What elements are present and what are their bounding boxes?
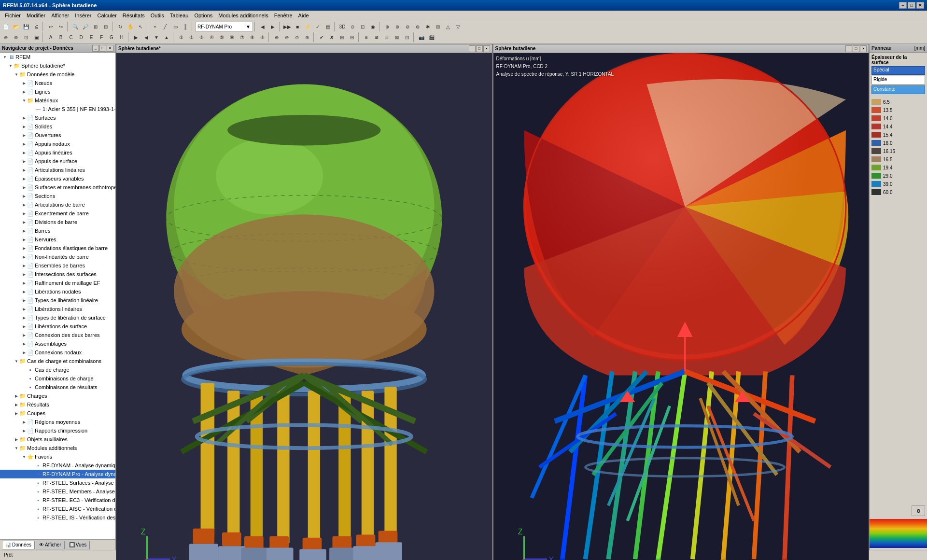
tree-materiaux[interactable]: ▼ 📁 Matériaux [0,96,115,105]
tb2-19[interactable]: ③ [197,32,206,42]
tb-select[interactable]: ↖ [136,22,145,31]
menu-afficher[interactable]: Afficher [48,12,72,19]
tree-nonlin[interactable]: ▶ 📄 Non-linéarités de barre [0,252,115,261]
tb2-18[interactable]: ② [186,32,196,42]
tree-barres[interactable]: ▶ 📄 Barres [0,226,115,235]
tb2-16[interactable]: ▲ [162,32,171,42]
tb-rotate[interactable]: ↻ [115,22,125,31]
tb2-22[interactable]: ⑥ [227,32,237,42]
tb-new[interactable]: 📄 [1,22,11,31]
panel-settings-btn[interactable]: ⚙ [912,505,925,516]
view-close-left[interactable]: × [483,45,490,52]
tree-view[interactable]: ▼ 🖥 RFEM ▼ 📁 Sphère butadiene* ▼ 📁 Donné… [0,53,115,539]
tree-charges[interactable]: ▶ 📁 Charges [0,392,115,400]
module-dropdown[interactable]: RF-DYNAM Pro ▼ [195,22,253,31]
tree-donnees[interactable]: ▼ 📁 Données de modèle [0,70,115,79]
view-min-right[interactable]: _ [845,45,852,52]
tb2-25[interactable]: ⑨ [257,32,267,42]
tb-print[interactable]: 🖨 [31,22,41,31]
tree-root[interactable]: ▼ 🖥 RFEM [0,53,115,61]
tb-undo[interactable]: ↩ [46,22,56,31]
tb-zoom-in[interactable]: 🔍 [70,22,80,31]
tb2-11[interactable]: G [107,32,116,42]
tree-art-barre[interactable]: ▶ 📄 Articulations de barre [0,200,115,209]
menu-modifier[interactable]: Modifier [24,12,48,19]
tb2-39[interactable]: 📷 [417,32,426,42]
tb-pan[interactable]: ✋ [126,22,135,31]
menu-options[interactable]: Options [191,12,215,19]
tree-div-barre[interactable]: ▶ 📄 Divisions de barre [0,218,115,226]
tb-table[interactable]: ▤ [323,22,333,31]
tb-left-arrow[interactable]: ◀ [258,22,267,31]
tb-xray[interactable]: ⊙ [348,22,357,31]
tb2-34[interactable]: ≡ [362,32,371,42]
tb2-21[interactable]: ⑤ [217,32,226,42]
panel-maximize[interactable]: □ [99,45,106,52]
tb2-40[interactable]: 🎬 [427,32,436,42]
tree-rapports[interactable]: ▶ 📄 Rapports d'impression [0,426,115,435]
panel-close[interactable]: × [107,45,113,52]
tb-zoom-all[interactable]: ⊟ [101,22,111,31]
tb-save[interactable]: 💾 [21,22,31,31]
tb2-6[interactable]: B [56,32,66,42]
tree-conn-deux[interactable]: ▶ 📄 Connexion des deux barres [0,331,115,339]
tb2-31[interactable]: ✘ [327,32,337,42]
close-button[interactable]: ✕ [916,2,924,9]
tree-rfdynam-pro[interactable]: ▪ RF-DYNAM Pro - Analyse dynamique [0,470,115,478]
tb-node[interactable]: • [150,22,160,31]
tree-coupes[interactable]: ▶ 📁 Coupes [0,409,115,418]
tb-extra7[interactable]: △ [443,22,453,31]
tree-cas-charge[interactable]: ▪ Cas de charge [0,365,115,374]
menu-calculer[interactable]: Calculer [94,12,119,19]
tb-stop[interactable]: ■ [293,22,302,31]
tb-zoom-fit[interactable]: ⊞ [91,22,100,31]
tree-noeuds[interactable]: ▶ 📄 Nœuds [0,79,115,87]
tree-rfdynam[interactable]: ▪ RF-DYNAM - Analyse dynamique (De [0,461,115,470]
tree-ep-var[interactable]: ▶ 📄 Épaisseurs variables [0,174,115,183]
tb2-32[interactable]: ⊞ [337,32,347,42]
menu-aide[interactable]: Aide [295,12,312,19]
view-min-left[interactable]: _ [469,45,476,52]
tb2-30[interactable]: ✔ [317,32,326,42]
tree-ens-barres[interactable]: ▶ 📄 Ensembles de barres [0,261,115,270]
tree-raff[interactable]: ▶ 📄 Raffinement de maillage EF [0,279,115,287]
tree-appuis-surf[interactable]: ▶ 📄 Appuis de surface [0,157,115,166]
minimize-button[interactable]: − [899,2,907,9]
menu-inserer[interactable]: Insérer [72,12,94,19]
tb-surface[interactable]: ▭ [170,22,180,31]
tb2-5[interactable]: A [46,32,56,42]
tb2-4[interactable]: ▣ [31,32,41,42]
tb2-15[interactable]: ▼ [152,32,161,42]
tree-appuis-lin[interactable]: ▶ 📄 Appuis linéaires [0,148,115,157]
tree-inters[interactable]: ▶ 📄 Intersections des surfaces [0,270,115,279]
tb2-3[interactable]: ⊡ [21,32,31,42]
tb-open[interactable]: 📂 [11,22,21,31]
view-header-right[interactable]: Sphère butadiene _ □ × [493,44,869,53]
tree-steel-surf[interactable]: ▪ RF-STEEL Surfaces - Analyse générale d… [0,478,115,487]
maximize-button[interactable]: □ [908,2,915,9]
tb-redo[interactable]: ↪ [56,22,66,31]
tb-3d[interactable]: 3D [337,22,347,31]
menu-outils[interactable]: Outils [148,12,167,19]
tb-run[interactable]: ▶▶ [282,22,292,31]
panel-minimize[interactable]: _ [92,45,99,52]
view-header-left[interactable]: Sphère butadiene* _ □ × [116,44,492,53]
tab-vues[interactable]: 🔲 Vues [66,541,90,549]
tb-extra5[interactable]: ✱ [423,22,433,31]
tree-surfaces[interactable]: ▶ 📄 Surfaces [0,113,115,122]
tb-shaded[interactable]: ◉ [368,22,378,31]
tree-comb-charge[interactable]: ▪ Combinaisons de charge [0,374,115,383]
tree-types-lib-surf[interactable]: ▶ 📄 Types de libération de surface [0,313,115,322]
tree-steel-ec3[interactable]: ▪ RF-STEEL EC3 - Vérification des barres… [0,496,115,504]
rigid-input[interactable]: Rigide [871,76,925,84]
tb-extra4[interactable]: ⊛ [413,22,422,31]
tb-wire[interactable]: ⊡ [358,22,367,31]
tree-objets[interactable]: ▶ 📁 Objets auxiliaires [0,435,115,444]
tb2-10[interactable]: F [97,32,106,42]
tb-extra1[interactable]: ⊕ [382,22,392,31]
tree-ouvertures[interactable]: ▶ 📄 Ouvertures [0,131,115,140]
tree-acier[interactable]: — 1: Acier S 355 | NF EN 1993-1-1:2007-0… [0,105,115,113]
tb2-12[interactable]: H [117,32,126,42]
tree-lib-nod[interactable]: ▶ 📄 Libérations nodales [0,287,115,296]
menu-fichier[interactable]: Fichier [2,12,24,19]
